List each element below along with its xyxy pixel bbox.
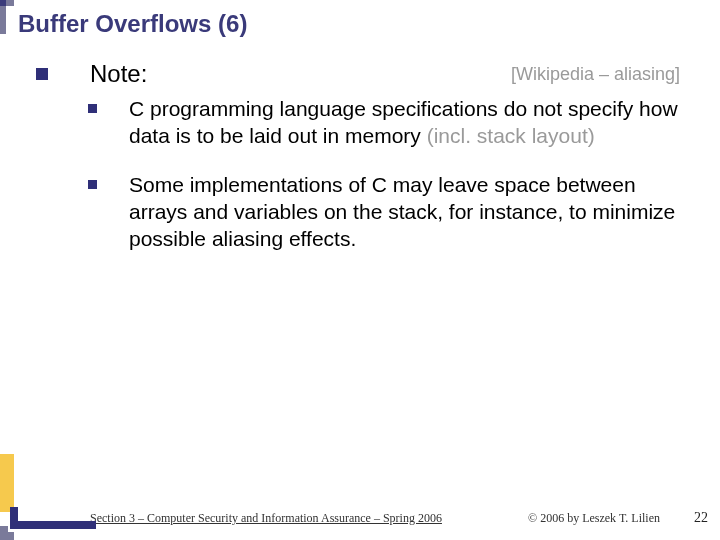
note-label: Note:	[90, 60, 147, 88]
list-item: C programming language specifications do…	[0, 96, 680, 150]
bullet-icon	[88, 104, 97, 113]
slide-title: Buffer Overflows (6)	[18, 10, 247, 38]
slide: Buffer Overflows (6) Note: [Wikipedia – …	[0, 0, 720, 540]
list-item: Some implementations of C may leave spac…	[0, 172, 680, 253]
bullet-list: C programming language specifications do…	[0, 96, 680, 274]
bullet-icon	[36, 68, 48, 80]
note-source: [Wikipedia – aliasing]	[511, 64, 680, 85]
bullet-icon	[88, 180, 97, 189]
list-item-text: Some implementations of C may leave spac…	[129, 172, 680, 253]
decoration-nw-dot	[0, 0, 6, 6]
footer-left: Section 3 – Computer Security and Inform…	[90, 511, 442, 526]
decoration-sw-navy-h	[10, 521, 96, 529]
text-muted: (incl. stack layout)	[427, 124, 595, 147]
text-main: Some implementations of C may leave spac…	[129, 173, 675, 250]
page-number: 22	[694, 510, 708, 526]
note-row: Note: [Wikipedia – aliasing]	[0, 60, 720, 88]
text-main: C programming language specifications do…	[129, 97, 678, 147]
decoration-sw-gray-h	[0, 532, 14, 540]
list-item-text: C programming language specifications do…	[129, 96, 680, 150]
footer-right: © 2006 by Leszek T. Lilien	[528, 511, 660, 526]
decoration-sw-yellow	[0, 454, 14, 512]
